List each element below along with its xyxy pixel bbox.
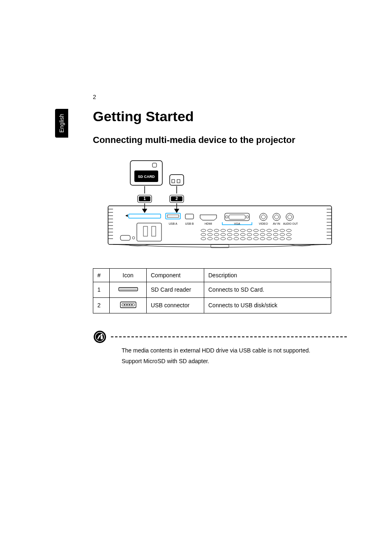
svg-point-86 <box>273 233 278 236</box>
svg-rect-103 <box>137 223 161 241</box>
svg-rect-2 <box>152 163 157 167</box>
note-text-2: Support MicroSD with SD adapter. <box>112 357 347 365</box>
sd-card-label: SD CARD <box>138 175 155 179</box>
cell-number: 1 <box>93 282 110 297</box>
svg-point-83 <box>254 233 258 236</box>
note-header <box>93 330 347 344</box>
svg-rect-106 <box>120 235 130 240</box>
th-number: # <box>93 268 110 282</box>
svg-point-100 <box>273 237 278 240</box>
sd-slot-icon <box>118 286 138 293</box>
svg-rect-105 <box>152 226 156 236</box>
cell-icon <box>110 282 147 297</box>
svg-point-92 <box>221 237 226 240</box>
svg-rect-115 <box>131 304 133 305</box>
dashed-divider <box>111 336 347 337</box>
svg-point-72 <box>273 229 278 232</box>
svg-text:VGA: VGA <box>234 222 240 225</box>
svg-point-66 <box>234 229 239 232</box>
svg-point-97 <box>254 237 258 240</box>
cell-description: Connects to SD Card. <box>204 282 331 297</box>
svg-rect-18 <box>108 206 332 244</box>
svg-point-76 <box>208 233 212 236</box>
svg-point-62 <box>208 229 212 232</box>
svg-point-85 <box>267 233 272 236</box>
cell-component: USB connector <box>147 297 204 313</box>
note-block: The media contents in external HDD drive… <box>93 330 347 366</box>
heading-getting-started: Getting Started <box>93 108 347 124</box>
svg-text:USB B: USB B <box>185 222 194 225</box>
svg-point-96 <box>247 237 252 240</box>
svg-point-82 <box>247 233 252 236</box>
svg-point-98 <box>260 237 265 240</box>
svg-point-67 <box>240 229 245 232</box>
svg-point-77 <box>214 233 219 236</box>
svg-rect-40 <box>129 214 161 218</box>
svg-point-71 <box>267 229 272 232</box>
svg-point-75 <box>201 233 206 236</box>
projector-ports: USB A USB B HDMI VGA <box>120 213 298 241</box>
cell-component: SD Card reader <box>147 282 204 297</box>
svg-rect-4 <box>172 180 175 183</box>
svg-point-102 <box>286 237 291 240</box>
svg-point-89 <box>201 237 206 240</box>
callout-2: 2 <box>170 195 184 203</box>
svg-point-58 <box>286 213 293 221</box>
svg-rect-113 <box>126 304 128 305</box>
cell-description: Connects to USB disk/stick <box>204 297 331 313</box>
page-number: 2 <box>93 94 347 100</box>
th-component: Component <box>147 268 204 282</box>
svg-point-99 <box>267 237 272 240</box>
svg-point-91 <box>214 237 219 240</box>
svg-text:1: 1 <box>143 196 146 201</box>
projector-diagram-svg: SD CARD 1 <box>105 157 335 252</box>
svg-point-50 <box>246 216 249 218</box>
svg-point-56 <box>274 215 279 219</box>
svg-rect-48 <box>229 215 245 219</box>
cell-icon <box>110 297 147 313</box>
svg-marker-17 <box>175 209 179 212</box>
svg-point-79 <box>227 233 232 236</box>
svg-point-53 <box>261 215 265 219</box>
svg-point-52 <box>260 213 267 221</box>
note-icon <box>93 330 107 344</box>
svg-rect-42 <box>167 215 179 217</box>
main-content: Getting Started Connecting multi-media d… <box>93 108 347 365</box>
svg-point-64 <box>221 229 226 232</box>
svg-text:2: 2 <box>175 196 178 201</box>
svg-rect-119 <box>101 336 103 339</box>
svg-point-70 <box>260 229 265 232</box>
svg-point-88 <box>286 233 291 236</box>
svg-rect-104 <box>143 226 148 236</box>
svg-point-74 <box>286 229 291 232</box>
svg-point-65 <box>227 229 232 232</box>
svg-text:HDMI: HDMI <box>205 222 212 225</box>
table-header-row: # Icon Component Description <box>93 268 331 282</box>
note-text-1: The media contents in external HDD drive… <box>112 346 347 355</box>
svg-point-55 <box>273 213 280 221</box>
svg-text:VIDEO: VIDEO <box>259 222 268 225</box>
svg-rect-5 <box>177 180 180 183</box>
ports-table: # Icon Component Description 1 <box>93 268 347 313</box>
svg-text:AUDIO OUT: AUDIO OUT <box>283 222 298 225</box>
svg-point-73 <box>280 229 285 232</box>
heading-connecting: Connecting multi-media device to the pro… <box>93 134 347 146</box>
svg-point-93 <box>227 237 232 240</box>
svg-point-69 <box>254 229 258 232</box>
svg-point-94 <box>234 237 239 240</box>
sd-card-icon: SD CARD <box>130 161 162 185</box>
svg-point-68 <box>247 229 252 232</box>
cell-number: 2 <box>93 297 110 313</box>
callout-1: 1 <box>138 195 152 203</box>
svg-marker-14 <box>143 209 147 212</box>
svg-point-80 <box>234 233 239 236</box>
svg-point-107 <box>132 237 135 239</box>
svg-point-78 <box>221 233 226 236</box>
svg-rect-114 <box>129 304 130 305</box>
svg-text:AV IN: AV IN <box>273 222 280 225</box>
projector-body-icon <box>108 206 332 248</box>
svg-rect-110 <box>120 302 136 308</box>
usb-port-icon <box>118 301 138 309</box>
table-row: 1 SD Card reader Connects to SD Card. <box>93 282 331 297</box>
svg-point-63 <box>214 229 219 232</box>
